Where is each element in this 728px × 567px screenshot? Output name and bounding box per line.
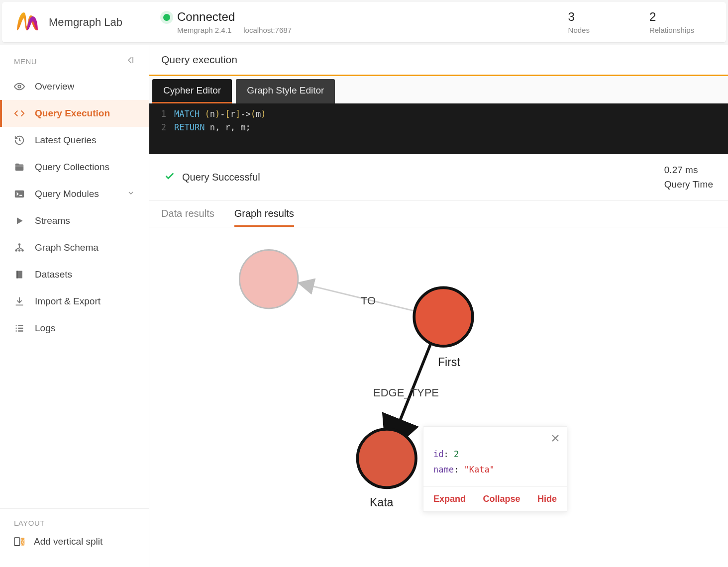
terminal-icon: [14, 189, 25, 199]
sidebar-item-streams[interactable]: Streams: [0, 207, 149, 234]
svg-point-4: [18, 249, 21, 252]
history-icon: [14, 135, 25, 146]
editor-tabs: Cypher Editor Graph Style Editor: [149, 76, 728, 103]
top-bar: Memgraph Lab Connected Memgraph 2.4.1 lo…: [2, 2, 726, 43]
split-icon: [14, 536, 25, 547]
sidebar-item-query-modules[interactable]: Query Modules: [0, 181, 149, 207]
node-label-first: First: [438, 356, 460, 369]
popup-key-name: name: [433, 465, 454, 474]
stat-nodes: 3 Nodes: [568, 10, 590, 34]
play-icon: [14, 215, 25, 226]
query-status-row: Query Successful 0.27 ms Query Time: [149, 154, 728, 201]
sidebar-item-logs[interactable]: Logs: [0, 315, 149, 342]
stats: 3 Nodes 2 Relationships: [568, 10, 714, 34]
close-popup-button[interactable]: [551, 433, 560, 446]
sidebar-item-latest-queries[interactable]: Latest Queries: [0, 127, 149, 154]
svg-point-5: [21, 249, 24, 252]
code-keyword: RETURN: [174, 122, 205, 132]
sidebar-item-label: Graph Schema: [35, 242, 99, 253]
popup-val-id: 2: [454, 449, 459, 459]
sidebar-item-label: Latest Queries: [35, 135, 97, 146]
sidebar-item-query-collections[interactable]: Query Collections: [0, 154, 149, 181]
sidebar-item-query-execution[interactable]: Query Execution: [0, 100, 149, 127]
status-dot-icon: [163, 14, 170, 21]
graph-node-kata[interactable]: [357, 429, 416, 488]
collapse-button[interactable]: Collapse: [483, 494, 520, 504]
query-time-label: Query Time: [664, 178, 713, 192]
eye-icon: [14, 81, 25, 92]
popup-val-name: "Kata": [464, 465, 494, 474]
tab-cypher-editor[interactable]: Cypher Editor: [152, 79, 232, 103]
query-time-value: 0.27 ms: [664, 163, 713, 178]
svg-rect-7: [16, 271, 18, 279]
connection-title: Connected: [177, 10, 292, 24]
brand: Memgraph Lab: [14, 9, 153, 35]
edge-label-to: TO: [361, 294, 376, 307]
download-icon: [14, 296, 25, 307]
code-icon: [14, 108, 25, 119]
sidebar-item-label: Overview: [35, 81, 74, 92]
graph-canvas[interactable]: TO First EDGE_TYPE Kata id: 2 name: "Kat…: [149, 227, 728, 567]
stat-rel-count: 2: [649, 10, 694, 24]
connection-version: Memgraph 2.4.1: [177, 26, 231, 34]
sidebar-item-label: Query Execution: [35, 108, 110, 119]
layout-header: LAYOUT: [14, 519, 135, 527]
popup-body: id: 2 name: "Kata": [423, 427, 567, 486]
query-status-text: Query Successful: [182, 172, 260, 183]
tab-data-results[interactable]: Data results: [161, 208, 214, 227]
sidebar-item-import-export[interactable]: Import & Export: [0, 288, 149, 315]
sidebar-item-label: Logs: [35, 323, 55, 334]
stat-relationships: 2 Relationships: [649, 10, 694, 34]
connection-host: localhost:7687: [243, 26, 292, 34]
layout-add-vertical-split[interactable]: Add vertical split: [14, 536, 135, 547]
hide-button[interactable]: Hide: [537, 494, 557, 504]
book-icon: [14, 269, 25, 280]
sidebar-item-label: Import & Export: [35, 296, 101, 307]
editor-area: Cypher Editor Graph Style Editor 1MATCH …: [149, 76, 728, 154]
menu-header: MENU: [0, 50, 149, 73]
code-keyword: MATCH: [174, 109, 200, 119]
sidebar: MENU Overview Query Execution: [0, 45, 149, 567]
tab-graph-style-editor[interactable]: Graph Style Editor: [236, 79, 335, 103]
svg-rect-8: [14, 538, 20, 546]
brand-name: Memgraph Lab: [49, 16, 122, 29]
stat-rel-label: Relationships: [649, 26, 694, 34]
sidebar-item-datasets[interactable]: Datasets: [0, 261, 149, 288]
stat-nodes-count: 3: [568, 10, 590, 24]
svg-rect-1: [15, 190, 24, 198]
chevron-down-icon: [127, 189, 135, 199]
page-title: Query execution: [149, 45, 728, 76]
sidebar-item-label: Query Collections: [35, 162, 109, 173]
node-label-kata: Kata: [370, 496, 393, 509]
code-editor[interactable]: 1MATCH (n)-[r]->(m) 2RETURN n, r, m;: [149, 103, 728, 154]
expand-button[interactable]: Expand: [433, 494, 466, 504]
node-details-popup: id: 2 name: "Kata" Expand Collapse Hide: [423, 426, 567, 511]
list-icon: [14, 323, 25, 334]
schema-icon: [14, 242, 25, 253]
graph-node-first[interactable]: [414, 288, 473, 347]
edge-label-type: EDGE_TYPE: [373, 386, 439, 399]
popup-key-id: id: [433, 449, 443, 459]
memgraph-logo-icon: [14, 9, 40, 35]
svg-point-0: [18, 85, 21, 88]
folder-icon: [14, 162, 25, 173]
sidebar-item-graph-schema[interactable]: Graph Schema: [0, 234, 149, 261]
svg-point-3: [15, 249, 17, 252]
tab-graph-results[interactable]: Graph results: [234, 208, 294, 227]
svg-point-2: [18, 243, 21, 246]
query-time: 0.27 ms Query Time: [664, 163, 713, 191]
layout-item-label: Add vertical split: [34, 536, 103, 547]
sidebar-item-label: Query Modules: [35, 189, 99, 199]
connection-status: Connected Memgraph 2.4.1 localhost:7687: [153, 10, 568, 34]
result-tabs: Data results Graph results: [149, 201, 728, 227]
sidebar-item-label: Streams: [35, 215, 70, 226]
check-icon: [164, 171, 175, 184]
sidebar-item-overview[interactable]: Overview: [0, 73, 149, 100]
menu-label: MENU: [14, 57, 37, 66]
collapse-sidebar-icon[interactable]: [126, 56, 135, 67]
graph-node-faded[interactable]: [239, 250, 298, 309]
sidebar-item-label: Datasets: [35, 269, 72, 280]
stat-nodes-label: Nodes: [568, 26, 590, 34]
main: Query execution Cypher Editor Graph Styl…: [149, 45, 728, 567]
